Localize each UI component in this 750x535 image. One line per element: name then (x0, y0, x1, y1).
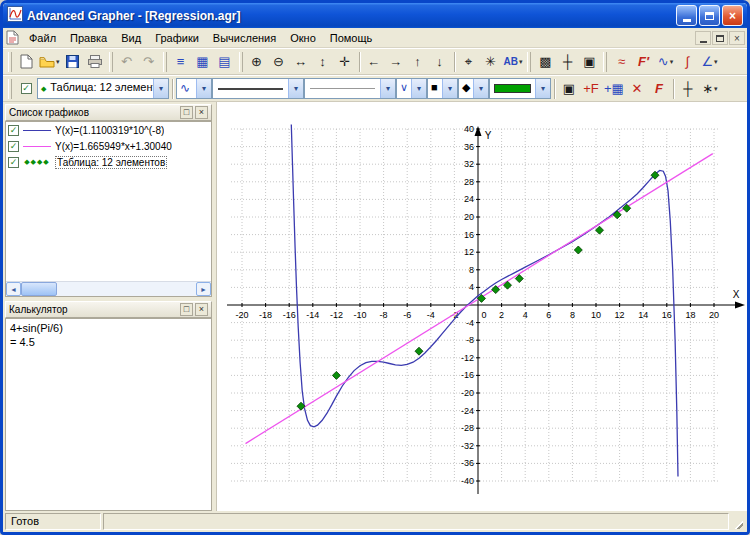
scrollbar-thumb[interactable] (21, 282, 57, 296)
child-minimize-button[interactable] (695, 31, 711, 45)
close-button[interactable]: × (722, 5, 743, 26)
menu-calculations[interactable]: Вычисления (206, 30, 283, 46)
zoom-out-button[interactable]: ⊖ (268, 51, 290, 73)
combo-dropdown-button[interactable]: ▾ (473, 79, 488, 98)
menu-help[interactable]: Помощь (323, 30, 380, 46)
scrollbar-left-button[interactable]: ◄ (6, 282, 21, 296)
center-origin-button[interactable]: ⌖ (458, 51, 480, 73)
combo-dropdown-button[interactable]: ▾ (411, 79, 426, 98)
line-style-combo[interactable]: ▾ (212, 78, 304, 99)
labels-button[interactable]: AB▾ (502, 51, 525, 73)
graph-list-header[interactable]: Список графиков □ × (5, 104, 212, 121)
save-button[interactable] (62, 51, 84, 73)
combo-dropdown-button[interactable]: ▾ (196, 79, 211, 98)
scrollbar-track[interactable] (57, 282, 196, 296)
toolbar-separator (554, 79, 555, 99)
menu-view[interactable]: Вид (114, 30, 148, 46)
integral-button[interactable]: ∫ (676, 51, 698, 73)
document-icon (6, 30, 19, 47)
move-tool-button[interactable]: ✛ (334, 51, 356, 73)
scrollbar-right-button[interactable]: ► (196, 282, 211, 296)
axes-dialog-button[interactable]: ┼ (677, 78, 699, 100)
menu-graphs[interactable]: Графики (148, 30, 206, 46)
panel-dock-button[interactable]: □ (180, 106, 193, 119)
zoom-all-button[interactable]: ✳ (480, 51, 502, 73)
calculator-output[interactable]: 4+sin(Pi/6) = 4.5 (5, 318, 212, 511)
delete-graph-button[interactable]: ✕ (626, 78, 648, 100)
edit-graph-button[interactable]: F (648, 78, 670, 100)
toolbar-grip[interactable] (239, 52, 243, 72)
derivative-button[interactable]: F′ (632, 51, 654, 73)
fill-style-combo[interactable]: ■ ▾ (427, 78, 458, 99)
graph-list-item[interactable]: ✓ ◆◆◆◆ Таблица: 12 элементов (6, 154, 211, 170)
properties-button[interactable]: ▣ (558, 78, 580, 100)
minimize-button[interactable] (676, 5, 697, 26)
regression-button[interactable]: ≈ (610, 51, 632, 73)
toolbar-grip[interactable] (603, 52, 607, 72)
combo-dropdown-button[interactable]: ▾ (535, 79, 550, 98)
menu-window[interactable]: Окно (283, 30, 323, 46)
title-bar[interactable]: Advanced Grapher - [Regression.agr] × (3, 3, 747, 28)
visibility-checkbox[interactable]: ✓ (8, 141, 19, 152)
scroll-down-button[interactable]: ↓ (429, 51, 451, 73)
graph-list-item[interactable]: ✓ Y(x)=1.665949*x+1.30040 (6, 138, 211, 154)
panel-close-button[interactable]: × (195, 106, 208, 119)
undo-button[interactable]: ↶ (116, 51, 138, 73)
calculator-toggle-button[interactable]: ▤ (214, 51, 236, 73)
table-toggle-button[interactable]: ▦ (192, 51, 214, 73)
toolbar-grip[interactable] (8, 79, 12, 99)
toolbar-grip[interactable] (527, 52, 531, 72)
zoom-in-button[interactable]: ⊕ (246, 51, 268, 73)
open-button[interactable]: ▾ (37, 51, 62, 73)
line-width-combo[interactable]: ▾ (304, 78, 396, 99)
curve-type-combo[interactable]: ∿ ▾ (176, 78, 212, 99)
selected-object-combo[interactable]: ◆ Таблица: 12 элементов ▾ (37, 78, 169, 99)
zoom-y-button[interactable]: ↕ (312, 51, 334, 73)
hatch-style-combo[interactable]: ∨ ▾ (396, 78, 427, 99)
angle-button[interactable]: ∠▾ (698, 51, 720, 73)
grid-toggle-button[interactable]: ▩ (534, 51, 556, 73)
panel-close-button[interactable]: × (195, 303, 208, 316)
point-marker-combo[interactable]: ◆ ▾ (458, 78, 489, 99)
toolbar-grip[interactable] (163, 52, 167, 72)
menu-edit[interactable]: Правка (63, 30, 114, 46)
visibility-checkbox[interactable]: ✓ (8, 125, 19, 136)
child-close-button[interactable]: × (729, 31, 745, 45)
table-icon: ▦ (196, 54, 208, 69)
combo-dropdown-button[interactable]: ▾ (442, 79, 457, 98)
visible-checkbox-button[interactable]: ✓ (15, 78, 37, 100)
zoom-x-button[interactable]: ↔ (290, 51, 312, 73)
calculator-header[interactable]: Калькулятор □ × (5, 301, 212, 318)
resize-grip[interactable] (731, 513, 744, 530)
graph-list-toggle-button[interactable]: ≡ (170, 51, 192, 73)
visibility-checkbox[interactable]: ✓ (8, 157, 19, 168)
combo-dropdown-button[interactable]: ▾ (288, 79, 303, 98)
graph-properties-button[interactable]: ▣ (578, 51, 600, 73)
add-table-button[interactable]: +▦ (602, 78, 626, 100)
scroll-right-button[interactable]: → (385, 51, 407, 73)
panel-dock-button[interactable]: □ (180, 303, 193, 316)
add-graph-button[interactable]: +F (580, 78, 602, 100)
toolbar-grip[interactable] (109, 52, 113, 72)
maximize-button[interactable] (699, 5, 720, 26)
graph-list-item[interactable]: ✓ Y(x)=(1.1100319*10^(-8) (6, 122, 211, 138)
scroll-up-button[interactable]: ↑ (407, 51, 429, 73)
axes-toggle-button[interactable]: ┼ (556, 51, 578, 73)
plot-area[interactable]: XY-20-18-16-14-12-10-8-6-4-2024681012141… (217, 102, 747, 511)
zoom-y-icon: ↕ (319, 54, 326, 69)
menu-file[interactable]: Файл (22, 30, 63, 46)
horizontal-scrollbar[interactable]: ◄ ► (6, 281, 211, 296)
color-combo[interactable]: ▾ (489, 78, 551, 99)
labels-icon: AB (504, 56, 518, 67)
tangent-button[interactable]: ∿▾ (654, 51, 676, 73)
redo-button[interactable]: ↷ (138, 51, 160, 73)
scroll-left-button[interactable]: ← (363, 51, 385, 73)
options-button[interactable]: ∗▾ (699, 78, 721, 100)
combo-dropdown-button[interactable]: ▾ (380, 79, 395, 98)
child-restore-button[interactable] (712, 31, 728, 45)
combo-dropdown-button[interactable]: ▾ (153, 79, 168, 98)
toolbar-grip[interactable] (8, 52, 12, 72)
svg-text:-14: -14 (306, 310, 319, 320)
new-button[interactable] (15, 51, 37, 73)
print-button[interactable] (84, 51, 106, 73)
